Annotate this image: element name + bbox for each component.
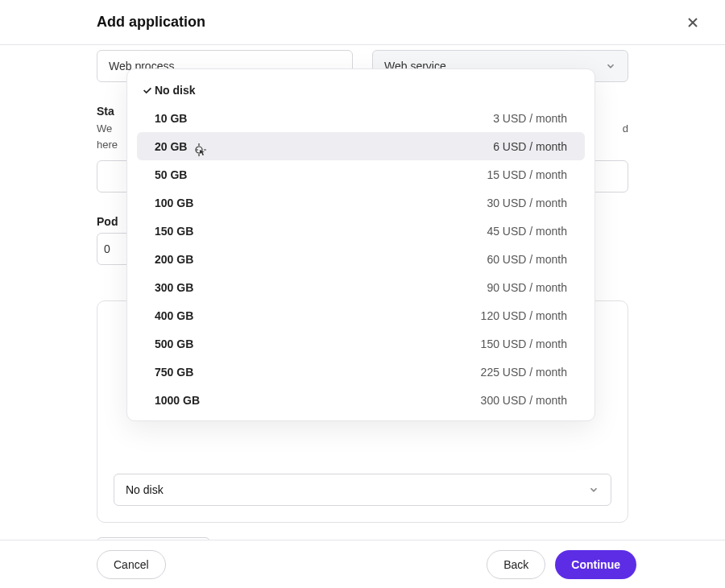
disk-option[interactable]: 400 GB120 USD / month bbox=[137, 301, 585, 329]
disk-option-price: 150 USD / month bbox=[481, 337, 567, 350]
disk-option-size: 400 GB bbox=[155, 309, 193, 322]
disk-option-price: 60 USD / month bbox=[487, 253, 567, 266]
disk-option-price: 45 USD / month bbox=[487, 225, 567, 238]
disk-option[interactable]: 200 GB60 USD / month bbox=[137, 245, 585, 273]
disk-option-price: 225 USD / month bbox=[481, 366, 567, 379]
disk-option-price: 3 USD / month bbox=[493, 112, 567, 125]
disk-option[interactable]: 150 GB45 USD / month bbox=[137, 217, 585, 245]
disk-option[interactable]: No disk bbox=[137, 76, 585, 104]
disk-option[interactable]: 10 GB3 USD / month bbox=[137, 104, 585, 132]
disk-option-price: 30 USD / month bbox=[487, 197, 567, 209]
disk-option-size: 50 GB bbox=[155, 168, 187, 181]
chevron-down-icon bbox=[605, 60, 616, 72]
chevron-down-icon bbox=[588, 484, 599, 495]
disk-option[interactable]: 100 GB30 USD / month bbox=[137, 188, 585, 217]
disk-option[interactable]: 300 GB90 USD / month bbox=[137, 273, 585, 301]
disk-option-size: 500 GB bbox=[155, 337, 193, 350]
close-icon bbox=[686, 16, 699, 29]
bottom-bar: Cancel Back Continue bbox=[0, 540, 725, 588]
disk-size-value: No disk bbox=[126, 483, 164, 496]
disk-option[interactable]: 1000 GB300 USD / month bbox=[137, 386, 585, 414]
disk-option[interactable]: 50 GB15 USD / month bbox=[137, 160, 585, 188]
back-button[interactable]: Back bbox=[487, 550, 545, 579]
disk-option-size: No disk bbox=[155, 84, 196, 97]
disk-option[interactable]: 750 GB225 USD / month bbox=[137, 358, 585, 386]
continue-button[interactable]: Continue bbox=[555, 550, 636, 579]
start-command-helper-line2: here bbox=[97, 137, 118, 153]
back-label: Back bbox=[503, 558, 528, 571]
check-icon bbox=[142, 85, 153, 96]
start-command-helper-right: d bbox=[623, 121, 628, 152]
disk-option[interactable]: 20 GB6 USD / month bbox=[137, 132, 585, 160]
disk-option-price: 15 USD / month bbox=[487, 168, 567, 181]
disk-option-size: 750 GB bbox=[155, 366, 193, 379]
disk-option-price: 90 USD / month bbox=[487, 281, 567, 294]
disk-option-size: 300 GB bbox=[155, 281, 193, 294]
cancel-button[interactable]: Cancel bbox=[97, 550, 166, 579]
cancel-label: Cancel bbox=[114, 558, 149, 571]
disk-option-price: 120 USD / month bbox=[481, 309, 567, 322]
disk-option-size: 10 GB bbox=[155, 112, 187, 125]
start-command-helper-line1: We bbox=[97, 121, 118, 137]
disk-option-price: 300 USD / month bbox=[481, 394, 567, 407]
disk-size-select[interactable]: No disk bbox=[114, 474, 611, 506]
dialog-header: Add application bbox=[0, 0, 725, 45]
continue-label: Continue bbox=[571, 558, 620, 571]
disk-option[interactable]: 500 GB150 USD / month bbox=[137, 329, 585, 358]
disk-option-size: 200 GB bbox=[155, 253, 193, 266]
disk-option-size: 100 GB bbox=[155, 197, 193, 209]
close-button[interactable] bbox=[683, 13, 702, 32]
disk-option-size: 20 GB bbox=[155, 140, 187, 153]
disk-option-price: 6 USD / month bbox=[493, 140, 567, 153]
disk-size-dropdown[interactable]: No disk10 GB3 USD / month20 GB6 USD / mo… bbox=[126, 68, 595, 421]
disk-option-size: 1000 GB bbox=[155, 394, 200, 407]
disk-option-size: 150 GB bbox=[155, 225, 193, 238]
dialog-title: Add application bbox=[97, 14, 205, 31]
